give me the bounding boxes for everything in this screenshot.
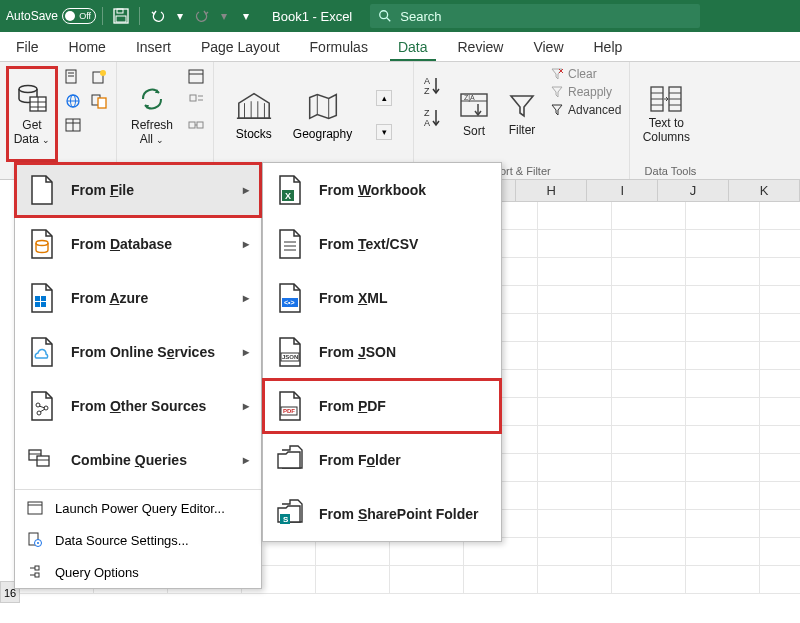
search-box[interactable]: Search bbox=[370, 4, 700, 28]
qat-customize-icon[interactable]: ▾ bbox=[234, 4, 258, 28]
datatype-up-icon[interactable]: ▴ bbox=[376, 90, 392, 106]
geography-button[interactable]: Geography bbox=[293, 89, 352, 141]
queries-pane-button[interactable] bbox=[185, 66, 207, 88]
search-placeholder: Search bbox=[400, 9, 441, 24]
from-file-submenu: X From Workbook From Text/CSV <•> From X… bbox=[262, 162, 502, 542]
tab-view[interactable]: View bbox=[525, 33, 571, 61]
col-header[interactable]: I bbox=[587, 180, 658, 201]
json-file-icon: JSON bbox=[275, 337, 305, 367]
tab-help[interactable]: Help bbox=[586, 33, 631, 61]
reapply-icon bbox=[550, 85, 564, 99]
menu-from-other-sources[interactable]: From Other Sources ▸ bbox=[15, 379, 261, 433]
svg-rect-23 bbox=[189, 70, 203, 83]
svg-point-76 bbox=[37, 542, 39, 544]
sort-desc-button[interactable]: ZA bbox=[420, 104, 448, 130]
undo-dropdown-icon[interactable]: ▾ bbox=[174, 4, 186, 28]
sort-asc-button[interactable]: AZ bbox=[420, 72, 448, 98]
filter-button[interactable]: Filter bbox=[500, 66, 544, 162]
tab-file[interactable]: File bbox=[8, 33, 47, 61]
svg-line-4 bbox=[387, 18, 391, 22]
svg-rect-2 bbox=[116, 16, 126, 22]
text-to-columns-icon bbox=[649, 84, 683, 114]
menu-from-folder[interactable]: From Folder bbox=[263, 433, 501, 487]
azure-icon bbox=[27, 283, 57, 313]
from-table-small-button[interactable] bbox=[62, 114, 84, 136]
properties-button[interactable] bbox=[185, 90, 207, 112]
tab-insert[interactable]: Insert bbox=[128, 33, 179, 61]
col-header[interactable]: J bbox=[658, 180, 729, 201]
sort-icon: Z|A bbox=[458, 90, 490, 122]
menu-launch-pq-editor[interactable]: Launch Power Query Editor... bbox=[15, 492, 261, 524]
stocks-button[interactable]: Stocks bbox=[235, 89, 273, 141]
tab-data[interactable]: Data bbox=[390, 33, 436, 61]
toggle-icon: Off bbox=[62, 8, 96, 24]
svg-rect-78 bbox=[35, 566, 39, 570]
sort-button[interactable]: Z|A Sort bbox=[452, 66, 496, 162]
redo-dropdown-icon[interactable]: ▾ bbox=[218, 4, 230, 28]
svg-rect-69 bbox=[37, 456, 49, 466]
clear-filter-button[interactable]: Clear bbox=[548, 66, 623, 82]
map-icon bbox=[304, 89, 342, 123]
chevron-right-icon: ▸ bbox=[243, 453, 249, 467]
menu-from-azure[interactable]: From Azure ▸ bbox=[15, 271, 261, 325]
menu-from-workbook[interactable]: X From Workbook bbox=[263, 163, 501, 217]
recent-sources-small-button[interactable] bbox=[88, 66, 110, 88]
existing-connections-small-button[interactable] bbox=[88, 90, 110, 112]
svg-point-20 bbox=[100, 70, 106, 76]
svg-text:Z: Z bbox=[424, 86, 430, 96]
svg-text:S: S bbox=[283, 515, 289, 524]
autosave-toggle[interactable]: AutoSave Off bbox=[6, 8, 96, 24]
svg-point-5 bbox=[19, 86, 37, 93]
tab-formulas[interactable]: Formulas bbox=[302, 33, 376, 61]
redo-icon[interactable] bbox=[190, 4, 214, 28]
menu-from-text-csv[interactable]: From Text/CSV bbox=[263, 217, 501, 271]
undo-icon[interactable] bbox=[146, 4, 170, 28]
svg-text:PDF: PDF bbox=[283, 408, 295, 414]
file-icon bbox=[27, 175, 57, 205]
combine-icon bbox=[27, 445, 57, 475]
menu-query-options[interactable]: Query Options bbox=[15, 556, 261, 588]
datatype-more-icon[interactable]: ▾ bbox=[376, 124, 392, 140]
tab-page-layout[interactable]: Page Layout bbox=[193, 33, 288, 61]
svg-text:X: X bbox=[285, 191, 291, 201]
from-web-small-button[interactable] bbox=[62, 90, 84, 112]
search-icon bbox=[378, 9, 392, 23]
edit-links-button[interactable] bbox=[185, 114, 207, 136]
menu-from-online-services[interactable]: From Online Services ▸ bbox=[15, 325, 261, 379]
svg-rect-59 bbox=[35, 296, 40, 301]
col-header[interactable]: H bbox=[516, 180, 587, 201]
tab-home[interactable]: Home bbox=[61, 33, 114, 61]
svg-rect-28 bbox=[189, 122, 195, 128]
menu-from-xml[interactable]: <•> From XML bbox=[263, 271, 501, 325]
excel-file-icon: X bbox=[275, 175, 305, 205]
reapply-button[interactable]: Reapply bbox=[548, 84, 623, 100]
tab-review[interactable]: Review bbox=[450, 33, 512, 61]
options-icon bbox=[25, 562, 45, 582]
menu-from-database[interactable]: From Database ▸ bbox=[15, 217, 261, 271]
advanced-button[interactable]: Advanced bbox=[548, 102, 623, 118]
refresh-all-button[interactable]: Refresh All ⌄ bbox=[123, 66, 181, 162]
col-header[interactable]: K bbox=[729, 180, 800, 201]
menu-from-pdf[interactable]: PDF From PDF bbox=[263, 379, 501, 433]
menu-from-json[interactable]: JSON From JSON bbox=[263, 325, 501, 379]
other-sources-icon bbox=[27, 391, 57, 421]
get-data-menu: From File ▸ From Database ▸ From Azure ▸… bbox=[14, 162, 262, 589]
database-icon bbox=[15, 82, 49, 116]
menu-combine-queries[interactable]: Combine Queries ▸ bbox=[15, 433, 261, 487]
text-file-icon bbox=[275, 229, 305, 259]
menu-from-sharepoint-folder[interactable]: S From SharePoint Folder bbox=[263, 487, 501, 541]
get-data-button[interactable]: Get Data ⌄ bbox=[6, 66, 58, 162]
save-icon[interactable] bbox=[109, 4, 133, 28]
refresh-icon bbox=[135, 82, 169, 116]
svg-rect-25 bbox=[190, 95, 196, 101]
svg-rect-29 bbox=[197, 122, 203, 128]
text-to-columns-button[interactable]: Text to Columns bbox=[636, 66, 696, 162]
menu-from-file[interactable]: From File ▸ bbox=[15, 163, 261, 217]
database-file-icon bbox=[27, 229, 57, 259]
clear-icon bbox=[550, 67, 564, 81]
menu-data-source-settings[interactable]: Data Source Settings... bbox=[15, 524, 261, 556]
from-text-small-button[interactable] bbox=[62, 66, 84, 88]
building-icon bbox=[235, 89, 273, 123]
group-label-data-tools: Data Tools bbox=[636, 163, 696, 177]
chevron-right-icon: ▸ bbox=[243, 183, 249, 197]
